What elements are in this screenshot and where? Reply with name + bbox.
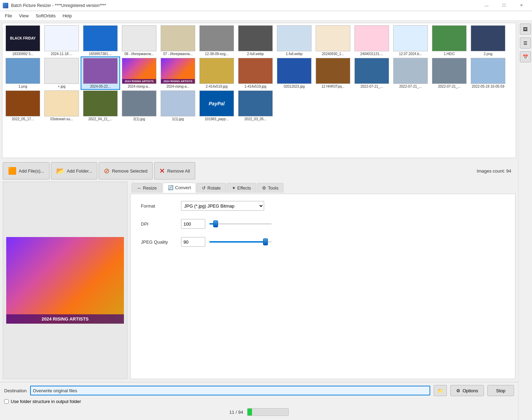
list-item[interactable]: 2024 RISING ARTISTS2024-rising-a... — [120, 57, 158, 89]
list-item[interactable]: 2024-11-18 ... — [43, 25, 81, 56]
add-files-icon: 🟧 — [8, 167, 17, 175]
progress-bar-fill — [247, 409, 252, 415]
preview-overlay-text: 2024 RISING ARTISTS — [42, 316, 89, 322]
dpi-slider-container — [209, 223, 505, 225]
rotate-tab-icon: ↺ — [202, 185, 206, 191]
list-item[interactable]: +.jpg — [43, 57, 81, 89]
list-item[interactable]: 03stewart-su... — [43, 90, 81, 122]
list-item[interactable]: 2022-05-19 16-05-59 — [469, 57, 507, 89]
list-item[interactable]: 1659957381.... — [81, 25, 119, 56]
sidebar-view-icons-button[interactable]: 🖼 — [520, 24, 531, 35]
app-icon — [3, 3, 8, 8]
window-controls: — ☐ ✕ — [479, 0, 529, 11]
checkbox-row: Use folder structure in output folder — [4, 399, 514, 404]
list-item[interactable]: 1.HEIC — [430, 25, 468, 56]
progress-bar-container — [247, 408, 289, 416]
list-item[interactable]: 2022_04_21_... — [81, 90, 119, 122]
browse-button[interactable]: 📁 — [434, 385, 447, 396]
format-row: Format JPG (*.jpg) JPEG Bitmap PNG (*.pn… — [141, 201, 505, 211]
list-item[interactable]: 2404031131.... — [353, 25, 391, 56]
window-title: Batch Picture Resizer - ****Unregistered… — [11, 3, 106, 8]
tab-tools[interactable]: ⚙ Tools — [257, 183, 283, 193]
list-item[interactable]: 2024-05-22... — [81, 57, 119, 89]
browse-icon: 📁 — [438, 388, 443, 393]
list-item[interactable]: 12 HHR3Tpq... — [314, 57, 352, 89]
quality-slider-track — [209, 241, 272, 243]
list-item[interactable]: 1-414x519.jpg — [236, 57, 274, 89]
tab-convert[interactable]: 🔄 Convert — [163, 183, 196, 193]
resize-tab-label: Resize — [143, 185, 157, 191]
list-item[interactable]: 2-414x519.jpg — [198, 57, 236, 89]
sidebar-view-list-button[interactable]: ☰ — [520, 37, 531, 49]
list-item[interactable]: 12.07.2024.b... — [391, 25, 430, 56]
list-item[interactable]: 2022-07-21_... — [353, 57, 391, 89]
menu-item-softorbits[interactable]: SoftOrbits — [32, 12, 59, 20]
list-item[interactable]: 2-full.webp — [236, 25, 274, 56]
effects-tab-icon: ✦ — [232, 185, 236, 191]
menubar: FileViewSoftOrbitsHelp — [0, 11, 532, 21]
jpeg-quality-control — [181, 237, 505, 247]
folder-structure-label: Use folder structure in output folder — [11, 399, 81, 404]
list-item[interactable]: 08 - Ингерманла... — [120, 25, 158, 56]
add-folder-label: Add Folder... — [67, 168, 92, 174]
list-item[interactable]: 2022_03_05... — [236, 90, 274, 122]
options-button[interactable]: ⚙ Options — [450, 385, 484, 396]
options-icon: ⚙ — [456, 388, 460, 393]
tools-tab-label: Tools — [268, 185, 278, 191]
progress-text: 11 / 94 — [229, 410, 243, 415]
add-files-button[interactable]: 🟧 Add File(s)... — [3, 162, 49, 180]
titlebar: Batch Picture Resizer - ****Unregistered… — [0, 0, 532, 11]
dpi-row: DPI — [141, 219, 505, 229]
tab-effects[interactable]: ✦ Effects — [227, 183, 256, 193]
list-item[interactable]: 1(1).jpg — [159, 90, 197, 122]
quality-slider-container — [209, 241, 505, 243]
lower-area: 2024 RISING ARTISTS ↔ Resize 🔄 Convert — [0, 182, 518, 382]
list-item[interactable]: 2(1).jpg — [120, 90, 158, 122]
list-item[interactable]: BLACK FRIDAY18330992 5... — [4, 25, 42, 56]
folder-structure-checkbox[interactable] — [4, 399, 9, 404]
remove-selected-button[interactable]: ⊘ Remove Selected — [99, 162, 153, 180]
list-item[interactable]: 2.png — [469, 25, 507, 56]
preview-image: 2024 RISING ARTISTS — [6, 237, 124, 324]
add-folder-button[interactable]: 📂 Add Folder... — [51, 162, 98, 180]
quality-slider-thumb[interactable] — [263, 238, 268, 245]
titlebar-left: Batch Picture Resizer - ****Unregistered… — [3, 3, 106, 8]
maximize-button[interactable]: ☐ — [496, 0, 512, 11]
list-item[interactable]: 2022-07-21_... — [430, 57, 468, 89]
dpi-label: DPI — [141, 221, 175, 227]
main-container: BLACK FRIDAY18330992 5...2024-11-18 ...1… — [0, 21, 532, 420]
close-button[interactable]: ✕ — [513, 0, 529, 11]
destination-input[interactable] — [30, 386, 430, 395]
format-dropdown[interactable]: JPG (*.jpg) JPEG Bitmap PNG (*.png) Port… — [181, 201, 264, 211]
list-item[interactable]: 07 - Ингерманла... — [159, 25, 197, 56]
toolbar: 🟧 Add File(s)... 📂 Add Folder... ⊘ Remov… — [0, 160, 518, 182]
menu-item-help[interactable]: Help — [59, 12, 75, 20]
list-item[interactable]: 1-full.webp — [275, 25, 313, 56]
minimize-button[interactable]: — — [479, 0, 495, 11]
settings-form: Format JPG (*.jpg) JPEG Bitmap PNG (*.pn… — [130, 194, 515, 379]
options-label: Options — [462, 388, 478, 393]
effects-tab-label: Effects — [237, 185, 251, 191]
tab-rotate[interactable]: ↺ Rotate — [197, 183, 226, 193]
convert-tab-label: Convert — [175, 185, 191, 190]
list-item[interactable]: 1.png — [4, 57, 42, 89]
tab-resize[interactable]: ↔ Resize — [132, 183, 162, 193]
jpeg-quality-input[interactable] — [181, 237, 205, 247]
list-item[interactable]: 02012023.jpg — [275, 57, 313, 89]
dpi-slider-track — [209, 223, 272, 225]
list-item[interactable]: 2022_05_17... — [4, 90, 42, 122]
list-item[interactable]: PayPal101983_payp... — [198, 90, 236, 122]
list-item[interactable]: 12-38-09-ezg... — [198, 25, 236, 56]
dpi-input[interactable] — [181, 219, 205, 229]
menu-item-file[interactable]: File — [1, 12, 16, 20]
sidebar-view-details-button[interactable]: 📅 — [520, 51, 531, 62]
menu-item-view[interactable]: View — [16, 12, 32, 20]
list-item[interactable]: 20240930_1... — [314, 25, 352, 56]
stop-button[interactable]: Stop — [487, 385, 514, 396]
list-item[interactable]: 2022-07-21_... — [391, 57, 430, 89]
image-grid[interactable]: BLACK FRIDAY18330992 5...2024-11-18 ...1… — [2, 23, 516, 158]
remove-all-icon: ✕ — [159, 167, 165, 175]
remove-all-button[interactable]: ✕ Remove All — [154, 162, 195, 180]
list-item[interactable]: 2024 RISING ARTISTS2024-rising-a... — [159, 57, 197, 89]
dpi-slider-thumb[interactable] — [213, 220, 218, 227]
